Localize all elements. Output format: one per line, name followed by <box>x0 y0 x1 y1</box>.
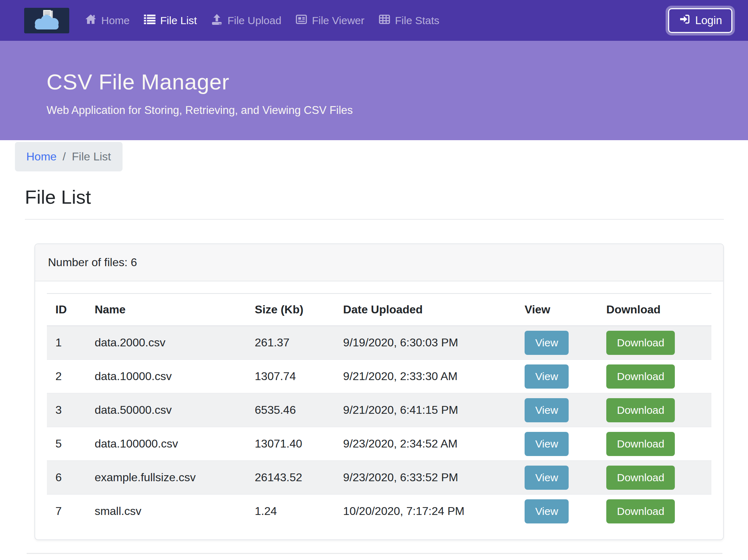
nav-item-file-stats[interactable]: File Stats <box>378 13 439 28</box>
file-name: data.50000.csv <box>86 393 246 427</box>
view-button[interactable]: View <box>525 466 569 490</box>
file-name: data.100000.csv <box>86 427 246 461</box>
nav-item-label: Home <box>101 15 130 27</box>
table-row: 5 data.100000.csv 13071.40 9/23/2020, 2:… <box>47 427 711 461</box>
column-header-name: Name <box>86 293 246 326</box>
navbar-links: Home File List F <box>84 13 439 28</box>
file-size: 261.37 <box>246 326 335 359</box>
file-name: data.10000.csv <box>86 359 246 393</box>
breadcrumb: Home / File List <box>15 142 123 171</box>
file-id: 1 <box>47 326 86 359</box>
brand-logo[interactable] <box>24 8 69 33</box>
title-divider <box>25 219 724 220</box>
download-button[interactable]: Download <box>606 364 675 389</box>
table-header-row: ID Name Size (Kb) Date Uploaded View Dow… <box>47 293 711 326</box>
file-date: 9/19/2020, 6:30:03 PM <box>335 326 516 359</box>
file-table: ID Name Size (Kb) Date Uploaded View Dow… <box>47 293 711 528</box>
file-id: 3 <box>47 393 86 427</box>
file-size: 1307.74 <box>246 359 335 393</box>
download-button[interactable]: Download <box>606 331 675 355</box>
file-date: 9/23/2020, 2:34:52 AM <box>335 427 516 461</box>
cloud-file-logo-icon <box>26 8 68 33</box>
download-button[interactable]: Download <box>606 432 675 456</box>
page-title: File List <box>25 186 724 208</box>
file-date: 9/21/2020, 2:33:30 AM <box>335 359 516 393</box>
file-size: 6535.46 <box>246 393 335 427</box>
file-count-header: Number of files: 6 <box>35 244 723 281</box>
breadcrumb-separator: / <box>63 150 66 163</box>
file-id: 5 <box>47 427 86 461</box>
column-header-date: Date Uploaded <box>335 293 516 326</box>
home-icon <box>84 13 97 28</box>
breadcrumb-current: File List <box>72 150 111 163</box>
view-button[interactable]: View <box>525 331 569 355</box>
nav-item-label: File Viewer <box>312 15 364 27</box>
app-title: CSV File Manager <box>47 69 748 94</box>
file-list-card-body: ID Name Size (Kb) Date Uploaded View Dow… <box>35 281 723 539</box>
sign-in-icon <box>678 13 690 28</box>
nav-item-file-upload[interactable]: File Upload <box>210 13 281 28</box>
view-button[interactable]: View <box>525 364 569 389</box>
app-subtitle: Web Application for Storing, Retrieving,… <box>47 104 748 117</box>
file-name: small.csv <box>86 494 246 528</box>
table-row: 6 example.fullsize.csv 26143.52 9/23/202… <box>47 461 711 494</box>
upload-icon <box>210 13 223 28</box>
table-grid-icon <box>378 13 391 28</box>
file-size: 1.24 <box>246 494 335 528</box>
nav-item-home[interactable]: Home <box>84 13 130 28</box>
download-button[interactable]: Download <box>606 466 675 490</box>
footer-divider <box>27 553 722 554</box>
file-name: example.fullsize.csv <box>86 461 246 494</box>
view-button[interactable]: View <box>525 398 569 422</box>
file-list-card: Number of files: 6 ID Name Size (Kb) Dat… <box>34 243 724 540</box>
column-header-id: ID <box>47 293 86 326</box>
hero-banner: CSV File Manager Web Application for Sto… <box>0 41 748 140</box>
login-button-label: Login <box>695 14 722 27</box>
table-row: 2 data.10000.csv 1307.74 9/21/2020, 2:33… <box>47 359 711 393</box>
top-navbar: Home File List F <box>0 0 748 41</box>
file-id: 6 <box>47 461 86 494</box>
nav-item-label: File Stats <box>395 15 439 27</box>
cloud-glyph <box>35 15 59 29</box>
file-name: data.2000.csv <box>86 326 246 359</box>
file-id: 7 <box>47 494 86 528</box>
table-row: 1 data.2000.csv 261.37 9/19/2020, 6:30:0… <box>47 326 711 359</box>
nav-item-file-viewer[interactable]: File Viewer <box>295 13 364 28</box>
nav-item-file-list[interactable]: File List <box>143 13 197 28</box>
file-size: 26143.52 <box>246 461 335 494</box>
view-button[interactable]: View <box>525 499 569 523</box>
column-header-size: Size (Kb) <box>246 293 335 326</box>
breadcrumb-home-link[interactable]: Home <box>26 150 56 163</box>
file-date: 10/20/2020, 7:17:24 PM <box>335 494 516 528</box>
download-button[interactable]: Download <box>606 398 675 422</box>
table-row: 7 small.csv 1.24 10/20/2020, 7:17:24 PM … <box>47 494 711 528</box>
file-date: 9/21/2020, 6:41:15 PM <box>335 393 516 427</box>
nav-item-label: File List <box>160 15 197 27</box>
column-header-download: Download <box>598 293 711 326</box>
download-button[interactable]: Download <box>606 499 675 523</box>
table-row: 3 data.50000.csv 6535.46 9/21/2020, 6:41… <box>47 393 711 427</box>
newspaper-icon <box>295 13 308 28</box>
column-header-view: View <box>516 293 598 326</box>
login-button[interactable]: Login <box>668 8 732 33</box>
file-size: 13071.40 <box>246 427 335 461</box>
view-button[interactable]: View <box>525 432 569 456</box>
file-id: 2 <box>47 359 86 393</box>
list-icon <box>143 13 156 28</box>
nav-item-label: File Upload <box>227 15 281 27</box>
file-date: 9/23/2020, 6:33:52 PM <box>335 461 516 494</box>
